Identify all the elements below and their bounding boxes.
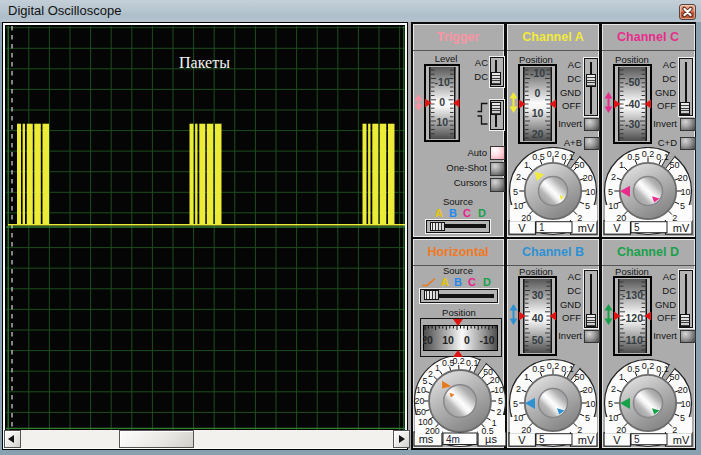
svg-text:2: 2 <box>496 407 501 417</box>
svg-text:5: 5 <box>585 201 590 211</box>
svg-text:-130: -130 <box>622 289 643 301</box>
svg-text:10: 10 <box>680 399 690 409</box>
svg-text:2: 2 <box>611 384 616 394</box>
svg-text:0.2: 0.2 <box>642 149 655 159</box>
svg-text:1: 1 <box>435 363 440 373</box>
svg-text:-10: -10 <box>435 76 450 88</box>
svg-text:V: V <box>613 434 621 446</box>
svg-text:20: 20 <box>532 128 544 140</box>
svg-text:10: 10 <box>608 413 618 423</box>
svg-text:2: 2 <box>516 384 521 394</box>
svg-text:20: 20 <box>678 385 688 395</box>
svg-text:50: 50 <box>669 160 679 170</box>
svg-text:-30: -30 <box>625 118 640 130</box>
svg-text:0.2: 0.2 <box>547 149 560 159</box>
svg-text:5: 5 <box>539 434 545 445</box>
svg-text:0.1: 0.1 <box>466 358 478 368</box>
svg-text:2: 2 <box>516 172 521 182</box>
svg-text:10: 10 <box>416 385 426 395</box>
svg-text:20: 20 <box>678 173 688 183</box>
svg-text:20: 20 <box>583 173 593 183</box>
svg-text:5: 5 <box>608 399 613 409</box>
svg-text:2: 2 <box>611 172 616 182</box>
svg-text:0.1: 0.1 <box>656 152 669 162</box>
svg-text:-50: -50 <box>625 76 640 88</box>
svg-text:4m: 4m <box>446 434 460 445</box>
svg-text:0.5: 0.5 <box>627 152 640 162</box>
svg-text:5: 5 <box>585 413 590 423</box>
svg-text:mV: mV <box>673 434 690 446</box>
svg-text:20: 20 <box>490 375 500 385</box>
svg-text:1: 1 <box>524 372 529 382</box>
svg-text:50: 50 <box>532 334 544 346</box>
svg-text:30: 30 <box>532 289 544 301</box>
svg-text:1: 1 <box>619 160 624 170</box>
svg-text:40: 40 <box>532 312 544 324</box>
svg-text:1: 1 <box>619 372 624 382</box>
svg-text:0.5: 0.5 <box>627 364 640 374</box>
svg-text:50: 50 <box>574 372 584 382</box>
svg-text:0.1: 0.1 <box>656 364 669 374</box>
svg-text:-10: -10 <box>530 67 545 79</box>
svg-text:5: 5 <box>608 187 613 197</box>
svg-text:mV: mV <box>673 222 690 234</box>
svg-text:5: 5 <box>680 413 685 423</box>
svg-text:µs: µs <box>485 433 497 445</box>
svg-text:10: 10 <box>494 385 504 395</box>
svg-text:Пакеты: Пакеты <box>179 54 230 71</box>
svg-text:10: 10 <box>608 201 618 211</box>
svg-text:-120: -120 <box>622 312 643 324</box>
svg-text:-10: -10 <box>479 334 494 346</box>
svg-text:10: 10 <box>585 399 595 409</box>
svg-text:V: V <box>518 222 526 234</box>
svg-text:0.2: 0.2 <box>547 361 560 371</box>
svg-text:5: 5 <box>680 201 685 211</box>
svg-text:0.1: 0.1 <box>561 152 574 162</box>
svg-text:-110: -110 <box>622 334 643 346</box>
svg-text:V: V <box>518 434 526 446</box>
svg-text:0: 0 <box>439 96 445 108</box>
svg-text:-40: -40 <box>625 98 640 110</box>
svg-text:5: 5 <box>513 399 518 409</box>
svg-text:0.2: 0.2 <box>642 361 655 371</box>
svg-text:50: 50 <box>574 160 584 170</box>
svg-text:0.2: 0.2 <box>452 356 464 366</box>
svg-text:5: 5 <box>634 434 640 445</box>
svg-text:20: 20 <box>583 385 593 395</box>
svg-text:10: 10 <box>585 187 595 197</box>
svg-text:5: 5 <box>498 396 503 406</box>
svg-text:10: 10 <box>532 107 544 119</box>
svg-text:10: 10 <box>442 334 454 346</box>
svg-text:5: 5 <box>513 187 518 197</box>
svg-text:1: 1 <box>524 160 529 170</box>
svg-text:ms: ms <box>419 433 434 445</box>
svg-text:50: 50 <box>416 407 426 417</box>
svg-text:2: 2 <box>428 369 433 379</box>
svg-text:100: 100 <box>418 417 433 427</box>
svg-text:0.5: 0.5 <box>532 364 545 374</box>
svg-text:mV: mV <box>578 222 595 234</box>
svg-text:0.1: 0.1 <box>561 364 574 374</box>
svg-text:5: 5 <box>422 376 427 386</box>
svg-text:10: 10 <box>513 201 523 211</box>
svg-text:20: 20 <box>423 334 433 346</box>
svg-text:10: 10 <box>436 116 448 128</box>
svg-text:mV: mV <box>578 434 595 446</box>
svg-text:0: 0 <box>464 334 470 346</box>
svg-text:10: 10 <box>680 187 690 197</box>
svg-text:10: 10 <box>513 413 523 423</box>
svg-text:V: V <box>613 222 621 234</box>
svg-text:20: 20 <box>415 396 425 406</box>
svg-text:50: 50 <box>669 372 679 382</box>
svg-text:0.5: 0.5 <box>532 152 545 162</box>
svg-text:1: 1 <box>539 222 545 233</box>
svg-text:0: 0 <box>535 87 541 99</box>
svg-text:5: 5 <box>634 222 640 233</box>
